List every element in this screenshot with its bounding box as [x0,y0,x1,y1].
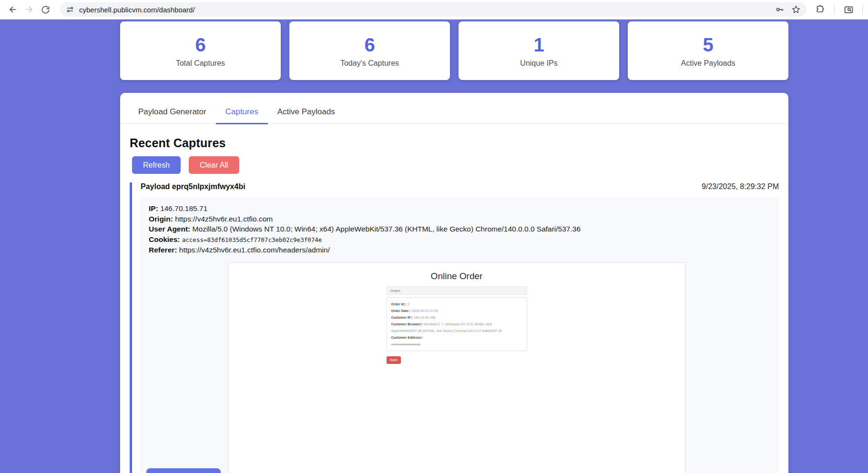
field-label: Cookies: [149,235,180,243]
order-line-date: Order Date:: 2025-09-23 20:28 [391,308,522,314]
preview-page-title: Online Order [228,271,685,282]
toolbar-divider-2 [862,5,863,14]
stat-value: 5 [703,34,713,55]
field-label: Referer: [149,246,177,254]
stat-label: Today's Captures [340,59,399,68]
address-bar[interactable]: cybershell.publicvm.com/dashboard/ [60,2,807,17]
stat-card-unique-ips: 1 Unique IPs [459,21,619,80]
extensions-puzzle-icon [816,5,825,14]
capture-screenshot-preview: Online Order Orders Order Id:: 3 Order D… [228,262,685,473]
site-info-icon[interactable] [66,5,74,14]
order-line-ip: Customer IP:: 169.23.50.198 [391,314,522,321]
bookmark-button[interactable] [791,5,801,14]
action-buttons: Refresh Clear All [132,156,779,174]
field-value: https://v4z5hv6r.eu1.ctfio.com [175,215,273,223]
order-line-address: Customer Address:: [391,334,522,341]
stat-card-active-payloads: 5 Active Payloads [628,21,788,80]
tab-payload-generator[interactable]: Payload Generator [129,107,216,123]
password-manager-button[interactable] [775,5,785,14]
stat-value: 6 [364,34,375,55]
star-icon [791,5,801,14]
field-user-agent: User Agent: Mozilla/5.0 (Windows NT 10.0… [149,224,770,234]
page-title: Recent Captures [130,136,779,150]
tab-bar: Payload Generator Captures Active Payloa… [120,93,788,124]
refresh-button[interactable]: Refresh [132,156,181,174]
stat-card-total-captures: 6 Total Captures [120,21,281,80]
reload-icon [41,5,50,14]
stat-label: Unique IPs [520,59,557,68]
order-line-id: Order Id:: 3 [391,301,522,308]
forward-icon [24,5,34,14]
browser-toolbar: cybershell.publicvm.com/dashboard/ [0,0,868,20]
key-icon [775,5,785,14]
capture-title: Payload eprq5nlpxjmfwyx4bi [141,182,245,191]
reload-button[interactable] [37,1,53,18]
capture-timestamp: 9/23/2025, 8:29:32 PM [702,182,779,191]
field-value: 146.70.185.71 [160,204,207,212]
field-label: Origin: [149,215,173,223]
field-origin: Origin: https://v4z5hv6r.eu1.ctfio.com [149,214,770,224]
field-label: IP: [149,204,158,212]
url-text[interactable]: cybershell.publicvm.com/dashboard/ [79,6,195,14]
capture-header: Payload eprq5nlpxjmfwyx4bi 9/23/2025, 8:… [132,182,779,191]
clear-all-button[interactable]: Clear All [189,156,239,174]
preview-back-button[interactable]: Back [387,356,401,364]
order-address-value: aaaaaaaaaaaaaa [391,341,522,348]
tab-captures[interactable]: Captures [216,107,268,124]
field-value: https://v4z5hv6r.eu1.ctfio.com/headers/a… [179,246,330,254]
dashboard-page: 6 Total Captures 6 Today's Captures 1 Un… [0,20,868,473]
capture-action-button-partial[interactable] [146,468,221,473]
preview-order-card: Order Id:: 3 Order Date:: 2025-09-23 20:… [387,297,527,351]
field-cookies: Cookies: access=83df61035d5cf7707c3eb02c… [149,234,770,245]
main-panel: Payload Generator Captures Active Payloa… [120,93,788,473]
order-line-browser: Customer Browser:: Mozilla/5.0 "> (Windo… [391,321,522,334]
side-panel-search-button[interactable] [840,1,857,18]
back-button[interactable] [5,1,21,18]
field-value: Mozilla/5.0 (Windows NT 10.0; Win64; x64… [193,225,581,233]
stat-label: Total Captures [176,59,225,68]
back-icon [8,5,18,14]
stat-value: 6 [195,34,205,55]
field-ip: IP: 146.70.185.71 [149,203,770,214]
field-value: access=83df61035d5cf7707c3eb02c9e3f074e [182,236,322,243]
toolbar-right-icons [812,1,868,18]
captures-content: Recent Captures Refresh Clear All Payloa… [120,124,788,473]
preview-nav-bar: Orders [387,286,527,295]
capture-item: Payload eprq5nlpxjmfwyx4bi 9/23/2025, 8:… [130,182,779,473]
tab-active-payloads[interactable]: Active Payloads [268,107,345,123]
toolbar-divider [834,5,835,14]
stat-label: Active Payloads [681,59,735,68]
stats-row: 6 Total Captures 6 Today's Captures 1 Un… [120,21,788,80]
screen-search-icon [844,5,854,15]
stat-value: 1 [533,34,544,55]
forward-button[interactable] [21,1,37,18]
field-referer: Referer: https://v4z5hv6r.eu1.ctfio.com/… [149,245,770,255]
extensions-button[interactable] [812,1,828,18]
stat-card-todays-captures: 6 Today's Captures [289,21,450,80]
field-label: User Agent: [149,225,190,233]
capture-details: IP: 146.70.185.71 Origin: https://v4z5hv… [140,197,779,473]
